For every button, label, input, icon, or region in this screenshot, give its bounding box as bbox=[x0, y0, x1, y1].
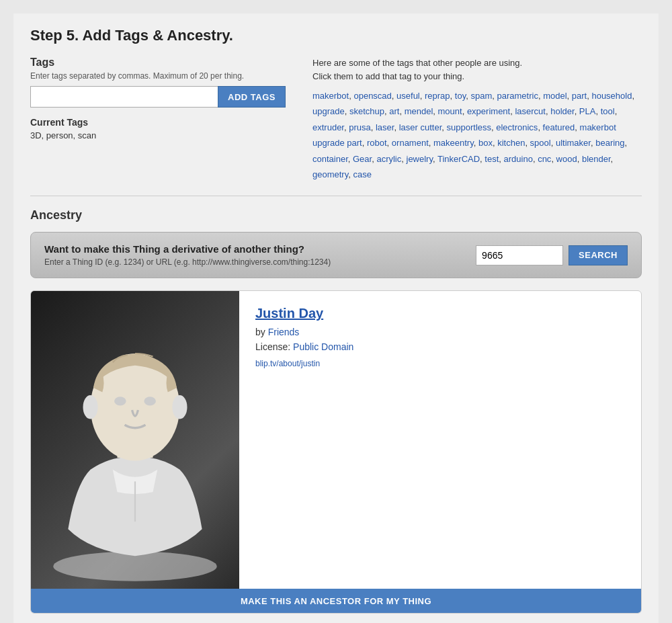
tag-separator: , bbox=[474, 138, 478, 148]
result-card: Justin Day by Friends License: Public Do… bbox=[30, 290, 642, 614]
ancestry-search-box: Want to make this Thing a derivative of … bbox=[30, 232, 642, 278]
tag-separator: , bbox=[392, 91, 396, 101]
popular-tag-link[interactable]: holder bbox=[550, 106, 574, 116]
popular-tag-link[interactable]: TinkerCAD bbox=[437, 154, 480, 164]
popular-tag-link[interactable]: reprap bbox=[425, 91, 450, 101]
result-license-link[interactable]: Public Domain bbox=[293, 341, 353, 352]
current-tags-label: Current Tags bbox=[30, 117, 286, 128]
svg-point-4 bbox=[83, 395, 98, 419]
tag-separator: , bbox=[399, 106, 404, 116]
tag-separator: , bbox=[595, 106, 600, 116]
popular-tag-link[interactable]: blender bbox=[582, 154, 611, 164]
tag-separator: , bbox=[551, 138, 556, 148]
make-ancestor-button[interactable]: MAKE THIS AN ANCESTOR FOR MY THING bbox=[241, 596, 431, 606]
tag-input-row: ADD TAGS bbox=[30, 86, 286, 108]
popular-tag-link[interactable]: robot bbox=[367, 138, 387, 148]
popular-tag-link[interactable]: lasercut bbox=[515, 106, 546, 116]
popular-tag-link[interactable]: laser cutter bbox=[399, 122, 442, 132]
popular-tag-link[interactable]: useful bbox=[396, 91, 420, 101]
result-card-body: Justin Day by Friends License: Public Do… bbox=[31, 291, 641, 589]
add-tags-button[interactable]: ADD TAGS bbox=[218, 86, 286, 108]
tags-right: Here are some of the tags that other peo… bbox=[312, 56, 642, 182]
popular-tag-link[interactable]: bearing bbox=[595, 138, 624, 148]
bust-sculpture-icon bbox=[31, 291, 239, 589]
result-name-link[interactable]: Justin Day bbox=[255, 306, 625, 321]
tag-separator: , bbox=[429, 138, 433, 148]
ancestry-label: Ancestry bbox=[30, 208, 642, 222]
result-info: Justin Day by Friends License: Public Do… bbox=[239, 291, 641, 589]
tag-separator: , bbox=[611, 154, 614, 164]
popular-tag-link[interactable]: geometry bbox=[312, 169, 348, 179]
tag-input[interactable] bbox=[30, 86, 218, 108]
result-url-link[interactable]: blip.tv/about/justin bbox=[255, 359, 320, 368]
popular-tag-link[interactable]: art bbox=[389, 106, 399, 116]
popular-tag-link[interactable]: ornament bbox=[392, 138, 429, 148]
popular-tag-link[interactable]: tool bbox=[601, 106, 615, 116]
tag-separator: , bbox=[577, 154, 582, 164]
popular-tag-link[interactable]: makerbot bbox=[312, 91, 349, 101]
ancestor-button-row: MAKE THIS AN ANCESTOR FOR MY THING bbox=[31, 589, 641, 613]
ancestry-section: Ancestry Want to make this Thing a deriv… bbox=[30, 208, 642, 614]
tag-separator: , bbox=[362, 138, 367, 148]
tags-section: Tags Enter tags separated by commas. Max… bbox=[30, 56, 642, 182]
popular-tag-link[interactable]: spool bbox=[530, 138, 551, 148]
tag-separator: , bbox=[387, 138, 392, 148]
popular-tag-link[interactable]: electronics bbox=[496, 122, 538, 132]
popular-tag-link[interactable]: upgrade bbox=[312, 106, 345, 116]
popular-tag-link[interactable]: laser bbox=[376, 122, 394, 132]
popular-tag-link[interactable]: mendel bbox=[405, 106, 433, 116]
popular-tag-link[interactable]: test bbox=[485, 154, 499, 164]
popular-tag-link[interactable]: mount bbox=[438, 106, 462, 116]
tag-separator: , bbox=[371, 122, 376, 132]
tag-separator: , bbox=[575, 122, 579, 132]
popular-tag-link[interactable]: parametric bbox=[497, 91, 538, 101]
result-thumbnail bbox=[31, 291, 239, 589]
popular-tag-link[interactable]: PLA bbox=[579, 106, 596, 116]
popular-tag-link[interactable]: experiment bbox=[467, 106, 510, 116]
page-container: Step 5. Add Tags & Ancestry. Tags Enter … bbox=[13, 13, 659, 623]
tag-separator: , bbox=[394, 122, 398, 132]
popular-tag-link[interactable]: container bbox=[312, 154, 348, 164]
result-by: by Friends bbox=[255, 327, 625, 337]
popular-tag-link[interactable]: toy bbox=[455, 91, 466, 101]
tags-section-label: Tags bbox=[30, 56, 286, 69]
popular-tag-link[interactable]: openscad bbox=[353, 91, 391, 101]
popular-tag-link[interactable]: jewelry bbox=[407, 154, 433, 164]
popular-tag-link[interactable]: acrylic bbox=[376, 154, 401, 164]
tag-separator: , bbox=[401, 154, 406, 164]
section-divider bbox=[30, 196, 642, 196]
popular-tag-link[interactable]: prusa bbox=[349, 122, 371, 132]
popular-tag-link[interactable]: household bbox=[591, 91, 632, 101]
popular-tag-link[interactable]: supportless bbox=[447, 122, 491, 132]
popular-tag-link[interactable]: makeentry bbox=[433, 138, 474, 148]
ancestry-search-title: Want to make this Thing a derivative of … bbox=[44, 243, 476, 255]
popular-tags-intro: Here are some of the tags that other peo… bbox=[312, 56, 642, 83]
popular-tag-link[interactable]: ultimaker bbox=[556, 138, 591, 148]
tag-separator: , bbox=[450, 91, 455, 101]
search-button[interactable]: SEARCH bbox=[569, 245, 628, 265]
popular-tag-link[interactable]: cnc bbox=[538, 154, 551, 164]
tag-separator: , bbox=[525, 138, 530, 148]
popular-tag-link[interactable]: part bbox=[572, 91, 587, 101]
tag-separator: , bbox=[348, 154, 353, 164]
popular-tag-link[interactable]: spam bbox=[470, 91, 492, 101]
popular-tag-link[interactable]: extruder bbox=[312, 122, 344, 132]
tag-separator: , bbox=[499, 154, 503, 164]
tag-separator: , bbox=[575, 106, 579, 116]
tags-left: Tags Enter tags separated by commas. Max… bbox=[30, 56, 286, 182]
popular-tag-link[interactable]: model bbox=[543, 91, 566, 101]
popular-tag-link[interactable]: wood bbox=[556, 154, 577, 164]
popular-tag-link[interactable]: box bbox=[478, 138, 493, 148]
ancestry-search-right: SEARCH bbox=[476, 245, 628, 265]
popular-tag-link[interactable]: Gear bbox=[353, 154, 372, 164]
popular-tag-link[interactable]: kitchen bbox=[497, 138, 525, 148]
svg-point-5 bbox=[172, 395, 187, 419]
popular-tag-link[interactable]: featured bbox=[543, 122, 575, 132]
result-by-link[interactable]: Friends bbox=[268, 327, 300, 337]
popular-tag-link[interactable]: case bbox=[353, 169, 371, 179]
popular-tags-list: makerbot, openscad, useful, reprap, toy,… bbox=[312, 88, 642, 182]
popular-tag-link[interactable]: sketchup bbox=[349, 106, 384, 116]
ancestry-id-input[interactable] bbox=[476, 245, 563, 265]
popular-tag-link[interactable]: arduino bbox=[504, 154, 533, 164]
ancestry-search-left: Want to make this Thing a derivative of … bbox=[44, 243, 476, 267]
